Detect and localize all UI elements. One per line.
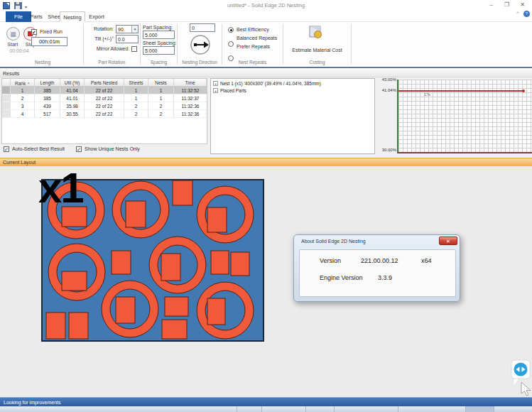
rect-part [46, 313, 65, 339]
utilization-line: 17s [398, 90, 523, 92]
arch-value: x64 [421, 257, 432, 264]
col-rank[interactable]: Rank ▲ [11, 79, 35, 87]
sheet-spacing-input[interactable]: 5.000 [143, 46, 175, 55]
rect-part [161, 254, 180, 281]
help-icon[interactable]: ? [523, 11, 530, 17]
rect-part [211, 251, 229, 274]
group-separator [140, 23, 141, 65]
tree-item-placed-parts[interactable]: + Placed Parts [213, 88, 246, 93]
radio-best-efficiency-label: Best Efficiency [237, 27, 269, 32]
taskbar-segment [334, 406, 398, 412]
row-selector-header [2, 79, 11, 87]
tree-expand-icon[interactable]: + [213, 88, 218, 93]
tab-parts[interactable]: Parts [27, 11, 45, 22]
status-bar: Looking for improvements [0, 397, 532, 406]
group-label-nesting: Nesting [4, 60, 82, 65]
estimate-material-cost-button[interactable]: Estimate Material Cost [283, 48, 351, 53]
group-separator [177, 23, 178, 65]
about-dialog-close-button[interactable]: ✕ [439, 237, 457, 245]
results-options-row: ✔ Auto-Select Best Result ✔ Show Unique … [1, 146, 207, 155]
taskbar-segment [305, 406, 334, 412]
elapsed-time: 00:00:04 [2, 48, 36, 53]
group-label-nesting-direction: Nesting Direction [178, 60, 222, 65]
maximize-button[interactable]: ❐ [501, 1, 513, 9]
about-dialog: About Solid Edge 2D Nesting ✕ Version 22… [293, 234, 460, 302]
col-time[interactable]: Time [174, 79, 207, 87]
taskbar-segment [465, 406, 494, 412]
rect-part [116, 297, 135, 323]
taskbar-segment [494, 406, 532, 412]
rect-part [173, 180, 192, 205]
utilization-chart: 17s [397, 80, 532, 153]
ribbon-collapse-icon[interactable]: ^ [514, 11, 521, 16]
col-length[interactable]: Length [35, 79, 60, 87]
show-unique-checkbox[interactable]: ✔ [76, 146, 82, 152]
fixed-run-label: Fixed Run [40, 29, 63, 34]
tree-item-nest[interactable]: + Nest 1 (x1) '400x300' (39.49% / 41.04%… [213, 81, 321, 86]
radio-best-efficiency[interactable] [228, 27, 234, 33]
minimize-button[interactable]: – [485, 1, 497, 9]
version-label: Version [320, 257, 341, 264]
sheet-multiplier-label: x1 [38, 166, 83, 210]
taskbar-segment [398, 406, 465, 412]
rect-part [162, 320, 187, 339]
taskbar-segment [237, 406, 261, 412]
fixed-run-checkbox[interactable]: ✔ [31, 29, 37, 35]
tilt-input[interactable]: 0.0 [116, 35, 139, 43]
start-button[interactable]: ▦ [6, 27, 20, 40]
col-nests[interactable]: Nests [148, 79, 174, 87]
group-separator [283, 23, 283, 65]
mouse-cursor-icon [521, 381, 532, 397]
col-sheets[interactable]: Sheets [124, 79, 148, 87]
close-button[interactable]: ✕ [516, 1, 528, 9]
chart-ytick-current: 41.04% [374, 88, 396, 92]
rect-part [62, 271, 87, 291]
tree-item-label: Placed Parts [220, 88, 246, 93]
col-parts-nested[interactable]: Parts Nested [85, 79, 124, 87]
run-duration-input[interactable]: 00h:01m [31, 37, 67, 46]
auto-select-label: Auto-Select Best Result [12, 146, 65, 151]
rect-part [112, 251, 131, 274]
part-spacing-label: Part Spacing: [143, 25, 173, 30]
chart-annotation: 17s [424, 92, 430, 97]
mirror-allowed-label: Mirror Allowed: [84, 46, 129, 51]
sort-asc-icon: ▲ [27, 81, 30, 85]
radio-balanced-repeats[interactable] [228, 41, 234, 47]
table-row[interactable]: 4517 30.5522 of 22 22 11:32:36 [2, 110, 207, 118]
tree-item-label: Nest 1 (x1) '400x300' (39.49% / 41.04%, … [220, 81, 321, 86]
rect-part [207, 207, 227, 232]
table-row[interactable]: 2385 41.0122 of 22 11 11:32:37 [2, 94, 207, 102]
nesting-direction-icon[interactable] [189, 33, 212, 56]
start-grid-icon: ▦ [10, 31, 16, 38]
show-unique-label: Show Unique Nests Only [85, 146, 140, 151]
mirror-allowed-checkbox[interactable] [131, 46, 137, 52]
rotation-combobox[interactable]: 90▼ [116, 25, 139, 33]
group-separator [222, 23, 222, 65]
sheet-spacing-label: Sheet Spacing: [143, 40, 176, 45]
part-spacing-input[interactable]: 5.000 [143, 31, 175, 39]
chart-ytick-bottom: 30.00% [374, 148, 396, 152]
group-label-nest-repeats: Nest Repeats [222, 60, 283, 65]
table-row[interactable]: 1385 41.0422 of 22 11 11:32:52 [2, 87, 207, 94]
nest-tree-panel: + Nest 1 (x1) '400x300' (39.49% / 41.04%… [210, 78, 375, 154]
chart-ytick-top: 43.00% [374, 77, 396, 82]
title-bar: ▾ untitled* - Solid Edge 2D Nesting – ❐ … [0, 0, 532, 11]
auto-select-checkbox[interactable]: ✔ [4, 146, 9, 152]
group-label-spacing: Spacing [141, 60, 177, 65]
direction-angle-input[interactable]: 0 [190, 23, 215, 32]
tilt-label: Tilt (+/-)° [84, 36, 114, 41]
rect-part [231, 252, 249, 276]
rect-part [165, 297, 188, 316]
tab-nesting-active[interactable]: Nesting [60, 11, 85, 22]
estimate-material-cost-icon[interactable] [308, 25, 322, 39]
version-value: 221.00.00.12 [361, 257, 398, 264]
rect-part [69, 313, 88, 339]
rotation-value: 90 [118, 27, 124, 32]
ribbon: ▦ Start Stop 00:00:04 ✔ Fixed Run 00h:01… [0, 22, 532, 68]
col-util[interactable]: Util (%) [60, 79, 85, 87]
tab-export[interactable]: Export [85, 11, 108, 22]
table-row[interactable]: 3439 35.9822 of 22 22 11:32:36 [2, 102, 207, 110]
about-dialog-title: About Solid Edge 2D Nesting [301, 239, 366, 244]
rotation-dropdown-icon[interactable]: ▼ [131, 26, 138, 33]
tree-expand-icon[interactable]: + [213, 81, 218, 86]
